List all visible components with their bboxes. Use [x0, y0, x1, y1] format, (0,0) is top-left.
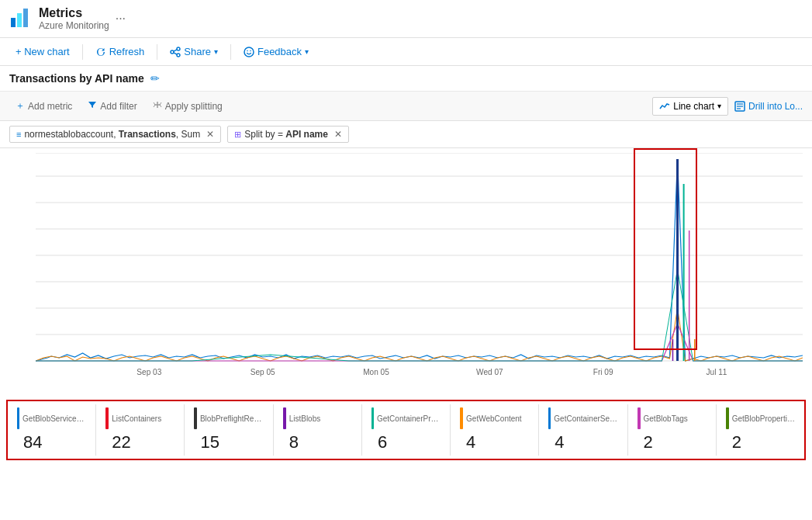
metric-tag-account: normestablobaccount,	[24, 129, 118, 140]
legend-item-name-5: GetWebContent	[466, 414, 522, 423]
legend-item-value-7: 2	[644, 432, 707, 452]
svg-line-7	[174, 52, 177, 54]
metric-tag-agg: , Sum	[176, 129, 200, 140]
legend-item-name-0: GetBlobServiceProper...	[22, 414, 86, 423]
metric-tag: ≡ normestablobaccount, Transactions, Sum…	[9, 126, 221, 143]
legend-item-header-0: GetBlobServiceProper...	[17, 407, 86, 429]
svg-text:Wed 07: Wed 07	[476, 368, 503, 376]
legend-item-header-4: GetContainerProperties	[371, 407, 441, 429]
svg-rect-2	[23, 9, 28, 27]
svg-text:Mon 05: Mon 05	[363, 368, 389, 376]
metric-tag-label: normestablobaccount, Transactions, Sum	[24, 129, 200, 140]
metric-tag-icon: ≡	[16, 130, 21, 139]
legend-item-name-4: GetContainerProperties	[377, 414, 441, 423]
svg-text:Sep 05: Sep 05	[251, 368, 275, 376]
tags-row: ≡ normestablobaccount, Transactions, Sum…	[0, 121, 812, 148]
legend-item-value-2: 15	[200, 432, 263, 452]
app-title: Metrics	[39, 6, 109, 20]
feedback-icon	[244, 47, 254, 57]
legend-color-3	[283, 407, 286, 429]
add-metric-button[interactable]: ＋ Add metric	[9, 96, 78, 116]
split-icon	[153, 100, 162, 112]
legend-item-4: GetContainerProperties 6	[362, 404, 451, 456]
legend-color-0	[17, 407, 19, 429]
chart-type-dropdown-icon: ▾	[717, 102, 721, 110]
metrics-toolbar-left: ＋ Add metric Add filter Apply splitting	[9, 96, 229, 116]
legend-item-0: GetBlobServiceProper... 84	[8, 404, 96, 456]
apply-splitting-button[interactable]: Apply splitting	[147, 97, 229, 115]
line-chart-svg: 0 2 4 6 8 10 12 14 16 Sep 03 Sep 05 Mon …	[36, 153, 803, 378]
refresh-icon	[95, 47, 106, 57]
split-tag-close[interactable]: ✕	[334, 129, 342, 140]
legend-color-7	[638, 407, 641, 429]
svg-point-10	[250, 50, 251, 51]
main-toolbar: + New chart Refresh Share ▾ Feedback ▾	[0, 38, 812, 66]
svg-point-5	[171, 50, 174, 54]
split-tag: ⊞ Split by = API name ✕	[227, 126, 349, 143]
separator-1	[82, 44, 83, 60]
chart-title: Transactions by API name	[9, 72, 144, 85]
legend-item-8: GetBlobProperties 2	[717, 404, 804, 456]
svg-point-3	[177, 47, 180, 50]
legend-color-2	[194, 407, 196, 429]
new-chart-button[interactable]: + New chart	[9, 43, 76, 61]
separator-3	[230, 44, 231, 60]
split-tag-label: Split by = API name	[244, 129, 328, 140]
metrics-toolbar: ＋ Add metric Add filter Apply splitting …	[0, 92, 812, 121]
feedback-dropdown-icon: ▾	[305, 47, 309, 56]
legend-item-name-2: BlobPreflightRequest	[200, 414, 264, 423]
legend-item-name-8: GetBlobProperties	[732, 414, 795, 423]
refresh-button[interactable]: Refresh	[89, 43, 151, 61]
svg-rect-1	[17, 13, 22, 27]
svg-text:Sep 03: Sep 03	[136, 368, 161, 376]
svg-text:Fri 09: Fri 09	[593, 368, 613, 376]
legend-item-header-1: ListContainers	[105, 407, 174, 429]
chart-area: 0 2 4 6 8 10 12 14 16 Sep 03 Sep 05 Mon …	[0, 148, 812, 397]
legend-item-header-8: GetBlobProperties	[726, 407, 795, 429]
legend-item-5: GetWebContent 4	[451, 404, 539, 456]
legend-color-4	[371, 407, 374, 429]
drill-icon	[734, 101, 745, 112]
legend-color-5	[460, 407, 463, 429]
legend-item-1: ListContainers 22	[96, 404, 185, 456]
legend-item-name-6: GetContainerServiceM...	[554, 414, 617, 423]
line-chart-icon	[659, 101, 670, 112]
drill-into-logs-button[interactable]: Drill into Lo...	[734, 101, 803, 112]
legend-item-7: GetBlobTags 2	[628, 404, 717, 456]
legend-item-header-7: GetBlobTags	[638, 407, 707, 429]
share-dropdown-icon: ▾	[214, 47, 218, 56]
app-header: Metrics Azure Monitoring ···	[0, 0, 812, 38]
filter-icon	[88, 100, 97, 112]
add-filter-button[interactable]: Add filter	[81, 97, 143, 115]
chart-title-bar: Transactions by API name ✏	[0, 66, 812, 92]
app-subtitle: Azure Monitoring	[39, 20, 109, 31]
app-icon	[9, 7, 31, 31]
edit-title-icon[interactable]: ✏	[150, 72, 160, 85]
legend-item-header-3: ListBlobs	[283, 407, 352, 429]
legend-item-header-5: GetWebContent	[460, 407, 529, 429]
legend-item-value-3: 8	[289, 432, 352, 452]
legend-item-name-3: ListBlobs	[289, 414, 321, 423]
legend-color-6	[548, 407, 551, 429]
legend-item-value-4: 6	[378, 432, 441, 452]
legend-item-3: ListBlobs 8	[274, 404, 362, 456]
metrics-toolbar-right: Line chart ▾ Drill into Lo...	[652, 97, 803, 116]
metric-tag-close[interactable]: ✕	[206, 129, 214, 140]
svg-line-6	[174, 49, 177, 50]
legend-item-value-0: 84	[23, 432, 86, 452]
svg-point-9	[247, 50, 248, 51]
more-options-button[interactable]: ···	[116, 12, 126, 26]
legend-row: GetBlobServiceProper... 84 ListContainer…	[6, 400, 806, 460]
legend-item-value-5: 4	[466, 432, 529, 452]
add-metric-icon: ＋	[16, 99, 25, 113]
header-text: Metrics Azure Monitoring	[39, 6, 109, 31]
share-button[interactable]: Share ▾	[164, 43, 224, 61]
svg-rect-0	[11, 18, 16, 27]
legend-item-value-1: 22	[112, 432, 174, 452]
feedback-button[interactable]: Feedback ▾	[237, 43, 315, 61]
legend-color-1	[105, 407, 109, 429]
chart-type-button[interactable]: Line chart ▾	[652, 97, 728, 116]
separator-2	[157, 44, 157, 60]
share-icon	[170, 47, 181, 57]
svg-point-4	[177, 54, 180, 57]
